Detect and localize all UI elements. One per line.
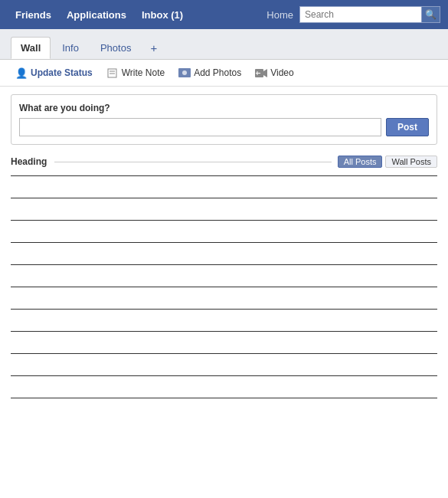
- nav-friends[interactable]: Friends: [8, 9, 59, 21]
- content-line: [11, 242, 437, 243]
- content-line: [11, 287, 437, 287]
- write-note-button[interactable]: Write Note: [102, 64, 169, 81]
- content-line: [11, 331, 437, 332]
- search-wrapper: 🔍: [299, 6, 440, 23]
- filter-buttons: All Posts Wall Posts: [338, 156, 437, 168]
- heading-label: Heading: [11, 156, 47, 167]
- svg-marker-6: [263, 69, 267, 77]
- nav-applications[interactable]: Applications: [59, 9, 134, 21]
- video-icon: [255, 67, 267, 79]
- heading-row: Heading All Posts Wall Posts: [11, 156, 437, 168]
- heading-divider: [54, 162, 331, 162]
- search-button[interactable]: 🔍: [422, 6, 440, 23]
- video-button[interactable]: Video: [250, 64, 298, 81]
- tab-info[interactable]: Info: [52, 37, 89, 59]
- update-status-button[interactable]: 👤 Update Status: [11, 64, 97, 81]
- status-box-label: What are you doing?: [19, 103, 429, 113]
- add-photos-button[interactable]: Add Photos: [174, 64, 246, 81]
- note-icon: [106, 67, 119, 79]
- status-box: What are you doing? Post: [11, 94, 437, 145]
- search-input[interactable]: [299, 6, 422, 23]
- sub-header: Wall Info Photos +: [0, 29, 448, 60]
- nav-inbox[interactable]: Inbox (1): [134, 9, 191, 21]
- action-bar: 👤 Update Status Write Note Add Photos: [0, 60, 448, 87]
- write-note-label: Write Note: [122, 67, 165, 78]
- content-line: [11, 309, 437, 310]
- top-nav: Friends Applications Inbox (1) Home 🔍: [0, 0, 448, 29]
- status-text-input[interactable]: [19, 118, 381, 136]
- content-line: [11, 198, 437, 198]
- content-lines: [11, 175, 437, 420]
- photo-icon: [178, 67, 191, 79]
- tab-add[interactable]: +: [142, 37, 165, 59]
- status-input-row: Post: [19, 118, 429, 136]
- content-line: [11, 375, 437, 376]
- content-line: [11, 353, 437, 354]
- video-label: Video: [270, 67, 293, 78]
- tab-wall[interactable]: Wall: [11, 37, 51, 59]
- tabs-row: Wall Info Photos +: [11, 37, 437, 59]
- content-line: [11, 264, 437, 265]
- main-content: What are you doing? Post Heading All Pos…: [0, 87, 448, 428]
- svg-point-4: [182, 70, 187, 75]
- content-line: [11, 175, 437, 176]
- update-status-label: Update Status: [31, 67, 93, 78]
- add-photos-label: Add Photos: [194, 67, 241, 78]
- nav-home[interactable]: Home: [267, 9, 293, 21]
- tab-photos[interactable]: Photos: [90, 37, 141, 59]
- search-icon: 🔍: [425, 9, 437, 20]
- user-icon: 👤: [15, 67, 28, 79]
- content-line: [11, 398, 437, 398]
- filter-wall-posts[interactable]: Wall Posts: [385, 156, 437, 168]
- content-line: [11, 220, 437, 221]
- post-button[interactable]: Post: [386, 118, 429, 136]
- filter-all-posts[interactable]: All Posts: [338, 156, 383, 168]
